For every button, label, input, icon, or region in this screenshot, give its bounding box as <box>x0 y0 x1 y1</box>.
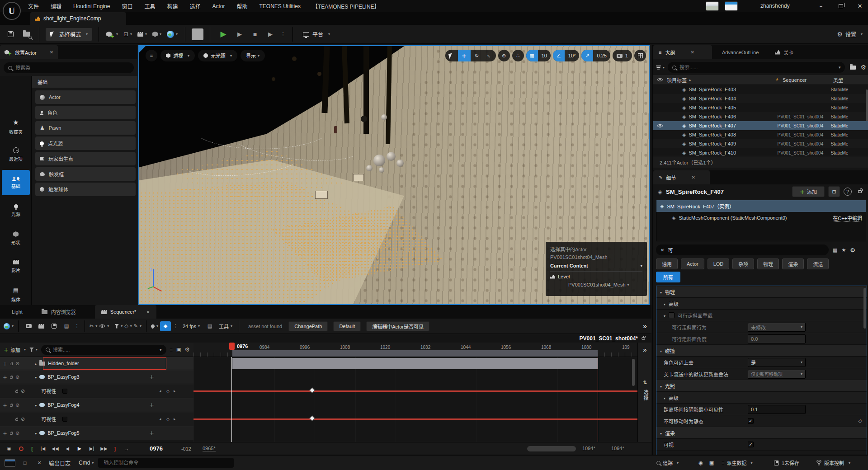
auto-key-options-icon[interactable]: ✎ <box>134 323 142 329</box>
console-input[interactable] <box>98 458 234 468</box>
component-root-row[interactable]: ◈ SM_SpireRock_F407（实例） <box>656 200 866 212</box>
move-tool-icon[interactable]: ＋ <box>458 50 471 61</box>
snap-options-icon[interactable]: ⋮ <box>173 323 178 329</box>
visibility-track-bar[interactable] <box>193 390 637 392</box>
more-options-icon[interactable]: ⋮ <box>74 323 80 329</box>
table-row[interactable]: ◈SM_SpireRock_F410PV001_SC01_shot004Stat… <box>653 148 868 156</box>
geometry-icon[interactable] <box>151 32 162 37</box>
track-lock-icon[interactable] <box>15 418 18 421</box>
menu-edit[interactable]: 编辑 <box>51 2 61 10</box>
outliner-scrollbar[interactable] <box>866 89 868 121</box>
track-lock-icon[interactable] <box>10 376 13 379</box>
expand-right-icon[interactable]: » <box>643 322 647 330</box>
track-lock-icon[interactable] <box>10 404 13 407</box>
next-key-icon[interactable]: ▸ <box>174 389 176 393</box>
prop-walkable-override[interactable]: 可行走斜面重载 <box>656 310 867 321</box>
unsaved-indicator[interactable]: 1未保存 <box>774 459 799 466</box>
track-mute-icon[interactable]: ⊘ <box>15 374 19 380</box>
menu-window[interactable]: 窗口 <box>122 2 132 10</box>
component-child-row[interactable]: ◈StaticMeshComponent (StaticMeshComponen… <box>656 212 866 224</box>
menu-pipeline[interactable]: 【TEAMONES PIPELINE】 <box>312 2 380 10</box>
menu-tools[interactable]: 工具 <box>144 2 155 10</box>
outliner-settings-icon[interactable]: ⚙ <box>860 64 866 71</box>
table-row[interactable]: ◈SM_SpireRock_F409PV001_SC01_shot004Stat… <box>653 139 868 148</box>
col-type[interactable]: 类型 <box>833 76 843 84</box>
track-mute-icon[interactable]: ⊘ <box>21 388 25 394</box>
rotation-snap-control[interactable]: ∠ 10° <box>553 50 580 61</box>
track-row-visibility-1[interactable]: ⊘ 可视性 ◂ ◇ ▸ <box>0 384 193 398</box>
content-drawer-button[interactable] <box>192 28 203 40</box>
view-range-end[interactable]: 1094* <box>582 446 595 451</box>
expander-icon[interactable] <box>35 430 37 436</box>
place-actors-search[interactable] <box>4 62 134 73</box>
loop-arrow-icon[interactable]: → <box>120 446 133 451</box>
track-mute-icon[interactable]: ⊘ <box>15 402 19 408</box>
view-options-icon[interactable] <box>99 324 113 328</box>
actor-visible-button[interactable]: 编辑器中Actor是否可见 <box>366 321 429 331</box>
clear-icon[interactable]: ✕ <box>660 248 664 253</box>
track-row-bp3[interactable]: ＋⊘ BP_EasyFog3 ＋ <box>0 370 193 384</box>
track-filter-icon[interactable] <box>29 348 38 352</box>
menu-actor[interactable]: Actor <box>212 3 225 9</box>
create-camera-icon[interactable] <box>23 324 34 328</box>
console-command-input[interactable] <box>104 460 228 465</box>
prev-key-icon[interactable]: ◂ <box>159 389 161 393</box>
table-row[interactable]: ◈SM_SpireRock_F406PV001_SC01_shot004Stat… <box>653 112 868 121</box>
track-mute-icon[interactable]: ⊘ <box>15 361 19 367</box>
sequencer-tab[interactable]: Sequencer* ✕ <box>95 305 156 319</box>
prev-key-icon[interactable]: ◂ <box>159 417 161 421</box>
light-tab[interactable]: Light <box>0 305 34 319</box>
add-section-icon[interactable]: ＋ <box>149 373 154 381</box>
browse-sequence-icon[interactable]: ▤ <box>61 323 72 329</box>
add-actor-icon[interactable]: ＋ <box>105 29 119 39</box>
unreal-logo[interactable]: U <box>3 2 21 20</box>
settings-dropdown[interactable]: ⚙ 设置 <box>837 28 863 41</box>
maximize-viewport-icon[interactable] <box>634 50 646 61</box>
rail-item-basic[interactable]: 基础 <box>2 170 30 195</box>
place-item-pointlight[interactable]: 点光源 <box>35 136 136 150</box>
play-options-icon[interactable]: ⋮ <box>280 28 286 41</box>
track-settings-icon[interactable]: ⚙ <box>184 346 190 353</box>
cmd-dropdown[interactable]: Cmd <box>79 460 94 466</box>
section-advanced[interactable]: 高级 <box>656 298 867 310</box>
menu-houdini[interactable]: Houdini Engine <box>73 3 110 9</box>
rail-item-recent[interactable]: 最近项 <box>2 142 30 167</box>
cinematics-icon[interactable] <box>137 32 148 37</box>
surface-snap-icon[interactable]: ∴ <box>512 50 524 61</box>
menu-help[interactable]: 帮助 <box>237 2 248 10</box>
stop-icon[interactable]: ■ <box>249 28 261 41</box>
taskbar-thumbnail-1[interactable] <box>706 2 718 10</box>
section-advanced-2[interactable]: 高级 <box>656 392 867 404</box>
view-mode-dropdown[interactable]: 无光照 <box>198 50 237 61</box>
source-control-dropdown[interactable]: 版本控制 <box>816 459 850 466</box>
details-filter[interactable]: ✕ <box>656 244 829 255</box>
browse-content-icon[interactable] <box>20 28 33 40</box>
sliders-icon[interactable]: ⇅ <box>638 378 652 387</box>
section-lighting[interactable]: 光照 <box>656 380 867 392</box>
tab-general[interactable]: 通用 <box>656 258 678 269</box>
add-component-button[interactable]: ＋添加 <box>792 186 825 197</box>
asset-tab[interactable]: shot_light_EngineComp <box>30 12 126 25</box>
walkable-behavior-dropdown[interactable]: 未修改 <box>748 323 806 332</box>
track-pin-icon[interactable]: ＋ <box>3 402 7 409</box>
loop-mode-icon[interactable]: ◉ <box>4 446 14 451</box>
console-window-icon[interactable] <box>5 459 15 467</box>
section-physics[interactable]: 物理 <box>656 286 867 298</box>
rotate-tool-icon[interactable]: ↻ <box>471 50 483 61</box>
visibility-track-bar[interactable] <box>193 418 637 420</box>
edit-in-cpp-link[interactable]: 在C++中编辑 <box>833 214 862 222</box>
eject-icon[interactable]: ▶ <box>264 28 276 41</box>
track-lock-icon[interactable] <box>10 432 13 435</box>
close-icon[interactable]: ✕ <box>50 50 53 55</box>
track-mute-icon[interactable]: ⊘ <box>15 430 19 436</box>
tab-streaming[interactable]: 流送 <box>807 258 829 269</box>
derived-data-dropdown[interactable]: ≡派生数据 <box>722 459 752 466</box>
target-icon[interactable]: ◉ <box>696 460 705 466</box>
viewport-menu-icon[interactable]: ≡ <box>146 50 157 61</box>
table-row[interactable]: ◈SM_SpireRock_F405StaticMe <box>653 103 868 112</box>
perspective-dropdown[interactable]: 透视 <box>160 50 195 61</box>
view-range-start[interactable]: 0965* <box>203 446 216 451</box>
track-row-visibility-2[interactable]: ⊘ 可视性 ◂ ◇ ▸ <box>0 412 193 426</box>
track-pin-icon[interactable]: ＋ <box>3 430 7 437</box>
rail-item-cinematic[interactable]: 影片 <box>2 254 30 279</box>
